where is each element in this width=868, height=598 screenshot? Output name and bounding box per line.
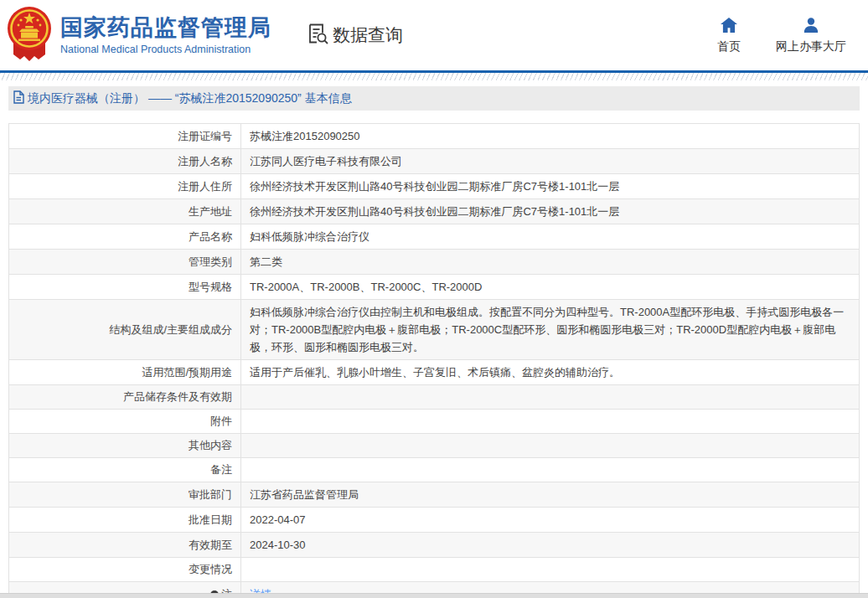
table-row: 产品名称 妇科低频脉冲综合治疗仪	[9, 224, 860, 250]
info-table-body: 注册证编号 苏械注准20152090250 注册人名称 江苏同人医疗电子科技有限…	[9, 124, 860, 598]
row-value: 江苏省药品监督管理局	[241, 482, 860, 508]
table-row: 其他内容	[9, 434, 860, 458]
row-value: 徐州经济技术开发区荆山路40号科技创业园二期标准厂房C7号楼1-101北一层	[241, 199, 860, 224]
page-title: 境内医疗器械（注册） —— “苏械注准20152090250” 基本信息	[28, 91, 352, 106]
row-value: 徐州经济技术开发区荆山路40号科技创业园二期标准厂房C7号楼1-101北一层	[241, 174, 860, 199]
hatch-stripe	[0, 73, 868, 80]
table-row: 注册人住所 徐州经济技术开发区荆山路40号科技创业园二期标准厂房C7号楼1-10…	[9, 174, 860, 199]
table-row: 批准日期 2022-04-07	[9, 508, 860, 533]
bottom-strip	[0, 593, 868, 598]
row-label: 生产地址	[9, 199, 241, 224]
site-subtitle: National Medical Products Administration	[60, 44, 271, 55]
table-row: 产品储存条件及有效期	[9, 385, 860, 410]
document-search-icon	[307, 23, 329, 49]
row-label: 注册人住所	[9, 174, 241, 199]
nav-online-hall[interactable]: 网上办事大厅	[776, 17, 846, 54]
row-label: 批准日期	[9, 508, 241, 533]
table-row: 有效期至 2024-10-30	[9, 533, 860, 558]
row-label: 型号规格	[9, 275, 241, 300]
table-row: 备注	[9, 458, 860, 482]
row-label: 适用范围/预期用途	[9, 360, 241, 385]
nav-home-label: 首页	[717, 39, 741, 54]
table-row: 适用范围/预期用途 适用于产后催乳、乳腺小叶增生、子宫复旧、术后镇痛、盆腔炎的辅…	[9, 360, 860, 385]
table-row: 附件	[9, 410, 860, 434]
china-national-emblem-icon	[7, 6, 52, 66]
site-title: 国家药品监督管理局	[60, 15, 271, 41]
row-label: 注册证编号	[9, 124, 241, 149]
user-icon	[802, 17, 820, 37]
site-header: 国家药品监督管理局 National Medical Products Admi…	[0, 0, 868, 70]
row-label: 变更情况	[9, 558, 241, 582]
page-title-bar: 境内医疗器械（注册） —— “苏械注准20152090250” 基本信息	[8, 86, 860, 111]
table-row: 型号规格 TR-2000A、TR-2000B、TR-2000C、TR-2000D	[9, 275, 860, 300]
row-label: 其他内容	[9, 434, 241, 458]
row-value: 第二类	[241, 250, 860, 275]
row-value: 妇科低频脉冲综合治疗仪	[241, 224, 860, 250]
row-value: 2022-04-07	[241, 508, 860, 533]
table-row: 生产地址 徐州经济技术开发区荆山路40号科技创业园二期标准厂房C7号楼1-101…	[9, 199, 860, 224]
row-label: 审批部门	[9, 482, 241, 508]
row-value	[241, 558, 860, 582]
document-icon	[13, 90, 24, 107]
table-row: 注册人名称 江苏同人医疗电子科技有限公司	[9, 149, 860, 174]
data-query-label: 数据查询	[333, 23, 403, 47]
row-label: 附件	[9, 410, 241, 434]
row-value: 江苏同人医疗电子科技有限公司	[241, 149, 860, 174]
nav-home[interactable]: 首页	[717, 17, 741, 54]
page: 国家药品监督管理局 National Medical Products Admi…	[0, 0, 868, 598]
top-nav: 首页 网上办事大厅	[717, 17, 846, 54]
row-label: 注册人名称	[9, 149, 241, 174]
row-value: 苏械注准20152090250	[241, 124, 860, 149]
table-row: 变更情况	[9, 558, 860, 582]
row-value	[241, 385, 860, 410]
row-value	[241, 410, 860, 434]
registration-info-table: 注册证编号 苏械注准20152090250 注册人名称 江苏同人医疗电子科技有限…	[8, 123, 860, 598]
row-label: 管理类别	[9, 250, 241, 275]
table-row: 管理类别 第二类	[9, 250, 860, 275]
row-value: TR-2000A、TR-2000B、TR-2000C、TR-2000D	[241, 275, 860, 300]
row-label: 产品名称	[9, 224, 241, 250]
table-row: 注册证编号 苏械注准20152090250	[9, 124, 860, 149]
row-label: 有效期至	[9, 533, 241, 558]
home-icon	[720, 17, 738, 37]
row-label: 结构及组成/主要组成成分	[9, 300, 241, 360]
data-query-section[interactable]: 数据查询	[307, 23, 403, 49]
row-label: 产品储存条件及有效期	[9, 385, 241, 410]
row-value	[241, 458, 860, 482]
table-row: 审批部门 江苏省药品监督管理局	[9, 482, 860, 508]
row-label: 备注	[9, 458, 241, 482]
row-value: 妇科低频脉冲综合治疗仪由控制主机和电极组成。按配置不同分为四种型号。TR-200…	[241, 300, 860, 360]
nav-online-hall-label: 网上办事大厅	[776, 39, 846, 54]
row-value	[241, 434, 860, 458]
row-value: 2024-10-30	[241, 533, 860, 558]
table-row: 结构及组成/主要组成成分 妇科低频脉冲综合治疗仪由控制主机和电极组成。按配置不同…	[9, 300, 860, 360]
row-value: 适用于产后催乳、乳腺小叶增生、子宫复旧、术后镇痛、盆腔炎的辅助治疗。	[241, 360, 860, 385]
brand: 国家药品监督管理局 National Medical Products Admi…	[60, 15, 271, 54]
